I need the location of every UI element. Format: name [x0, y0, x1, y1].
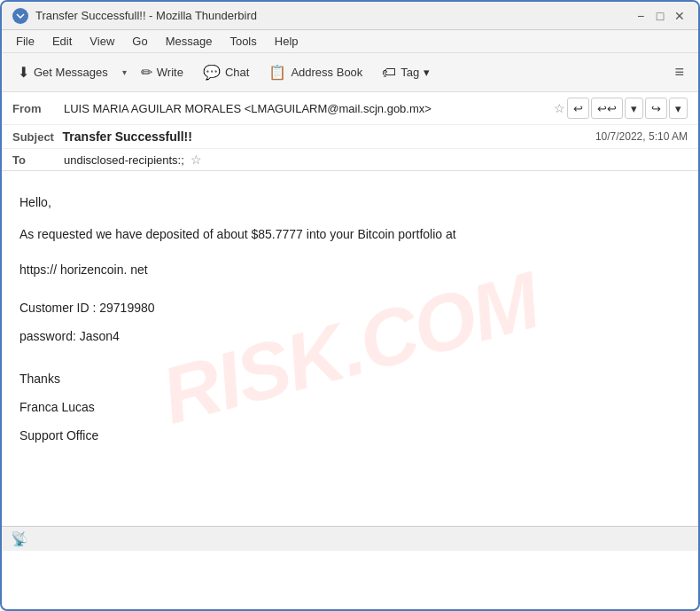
window-title: Transfer Successfull!! - Mozilla Thunder…: [35, 9, 257, 22]
subject-label: Subject: [12, 130, 54, 144]
menu-help[interactable]: Help: [268, 33, 306, 50]
email-from-row: From LUIS MARIA AGUILAR MORALES <LMAGUIL…: [2, 92, 698, 125]
body-line-8: Customer ID : 29719980: [19, 298, 681, 319]
from-value: LUIS MARIA AGUILAR MORALES <LMAGUILARM@m…: [64, 102, 547, 115]
maximize-button[interactable]: □: [652, 8, 668, 24]
minimize-button[interactable]: −: [633, 8, 649, 24]
menu-go[interactable]: Go: [125, 33, 154, 50]
menu-bar: File Edit View Go Message Tools Help: [2, 30, 698, 53]
title-bar: Transfer Successfull!! - Mozilla Thunder…: [2, 2, 698, 30]
expand-button[interactable]: ▾: [625, 98, 643, 119]
address-book-icon: 📋: [268, 64, 286, 81]
more-button[interactable]: ▾: [669, 98, 688, 119]
chat-button[interactable]: 💬 Chat: [194, 58, 258, 88]
get-messages-label: Get Messages: [34, 66, 108, 79]
body-line-13: Franca Lucas: [19, 397, 681, 419]
email-header: From LUIS MARIA AGUILAR MORALES <LMAGUIL…: [2, 92, 698, 171]
email-to-row: To undisclosed-recipients:; ☆: [2, 149, 698, 170]
app-icon: [12, 8, 28, 24]
hamburger-menu-icon[interactable]: ≡: [667, 59, 691, 85]
email-body: RISK.COM Hello, As requested we have dep…: [2, 171, 698, 526]
from-label: From: [12, 102, 57, 115]
menu-edit[interactable]: Edit: [45, 33, 79, 50]
get-messages-button[interactable]: ⬇ Get Messages: [9, 58, 117, 88]
window-controls: − □ ✕: [633, 8, 688, 24]
chat-label: Chat: [225, 66, 249, 79]
body-line-1: Hello,: [19, 192, 681, 214]
tag-icon: 🏷: [382, 65, 396, 81]
to-recipients: undisclosed-recipients:;: [64, 153, 184, 167]
reply-all-button[interactable]: ↩↩: [591, 98, 623, 119]
body-line-3: As requested we have deposited of about …: [19, 224, 681, 246]
star-icon[interactable]: ☆: [554, 101, 565, 115]
write-label: Write: [157, 66, 183, 79]
toolbar: ⬇ Get Messages ▾ ✏ Write 💬 Chat 📋 Addres…: [2, 53, 698, 92]
body-line-12: Thanks: [19, 369, 681, 390]
to-label: To: [12, 153, 57, 167]
forward-button[interactable]: ↪: [645, 98, 667, 119]
address-book-label: Address Book: [291, 66, 362, 79]
subject-value: Transfer Successfull!!: [63, 129, 192, 144]
get-messages-dropdown[interactable]: ▾: [119, 63, 130, 82]
write-icon: ✏: [141, 64, 152, 81]
menu-message[interactable]: Message: [159, 33, 220, 50]
body-line-14: Support Office: [19, 426, 681, 447]
menu-tools[interactable]: Tools: [222, 33, 263, 50]
tag-label: Tag: [401, 66, 419, 79]
email-body-content: Hello, As requested we have deposited of…: [19, 192, 681, 446]
connection-status-icon: 📡: [11, 530, 28, 547]
tag-dropdown-icon: ▾: [424, 66, 430, 79]
chat-icon: 💬: [203, 64, 221, 81]
menu-file[interactable]: File: [9, 33, 42, 50]
close-button[interactable]: ✕: [672, 8, 688, 24]
reply-button[interactable]: ↩: [567, 98, 589, 119]
svg-point-0: [14, 10, 27, 22]
write-button[interactable]: ✏ Write: [132, 58, 192, 88]
to-star-icon[interactable]: ☆: [191, 153, 202, 167]
email-header-actions: ☆ ↩ ↩↩ ▾ ↪ ▾: [554, 98, 688, 119]
email-date: 10/7/2022, 5:10 AM: [595, 130, 688, 143]
status-bar: 📡: [2, 526, 698, 551]
subject-area: Subject Transfer Successfull!!: [12, 129, 192, 144]
menu-view[interactable]: View: [82, 33, 121, 50]
address-book-button[interactable]: 📋 Address Book: [260, 58, 371, 88]
tag-button[interactable]: 🏷 Tag ▾: [373, 58, 439, 88]
get-messages-icon: ⬇: [18, 64, 29, 81]
title-bar-left: Transfer Successfull!! - Mozilla Thunder…: [12, 8, 257, 24]
to-value: undisclosed-recipients:; ☆: [64, 153, 202, 167]
body-line-9: password: Jason4: [19, 326, 681, 348]
email-subject-row: Subject Transfer Successfull!! 10/7/2022…: [2, 125, 698, 149]
body-line-5: https:// horizencoin. net: [19, 260, 681, 281]
